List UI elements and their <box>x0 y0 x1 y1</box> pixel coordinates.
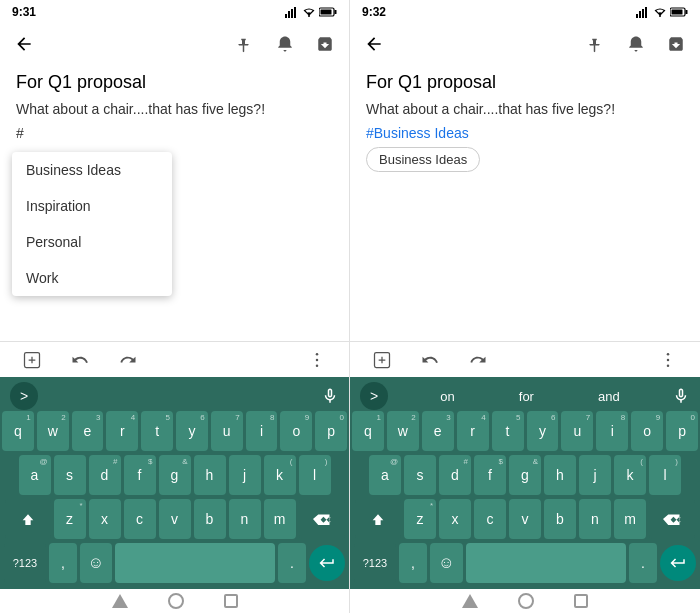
key-y[interactable]: y6 <box>176 411 208 451</box>
key-z[interactable]: z* <box>54 499 86 539</box>
key-n[interactable]: n <box>229 499 261 539</box>
left-redo-button[interactable] <box>112 344 144 376</box>
right-key-n[interactable]: n <box>579 499 611 539</box>
key-o[interactable]: o9 <box>280 411 312 451</box>
key-d[interactable]: d# <box>89 455 121 495</box>
right-reminder-button[interactable] <box>620 28 652 60</box>
right-key-k[interactable]: k( <box>614 455 646 495</box>
right-more-button[interactable] <box>652 344 684 376</box>
right-key-b[interactable]: b <box>544 499 576 539</box>
left-backspace-key[interactable] <box>299 499 345 539</box>
right-key-p[interactable]: p0 <box>666 411 698 451</box>
key-v[interactable]: v <box>159 499 191 539</box>
right-period-key[interactable]: . <box>629 543 657 583</box>
left-nav-recent[interactable] <box>224 594 238 608</box>
key-k[interactable]: k( <box>264 455 296 495</box>
right-key-s[interactable]: s <box>404 455 436 495</box>
autocomplete-item-business[interactable]: Business Ideas <box>12 152 172 188</box>
left-reminder-button[interactable] <box>269 28 301 60</box>
right-num-key[interactable]: ?123 <box>354 543 396 583</box>
right-key-c[interactable]: c <box>474 499 506 539</box>
right-key-l[interactable]: l) <box>649 455 681 495</box>
right-suggestion-and[interactable]: and <box>586 389 632 404</box>
right-key-o[interactable]: o9 <box>631 411 663 451</box>
right-key-x[interactable]: x <box>439 499 471 539</box>
left-archive-button[interactable] <box>309 28 341 60</box>
key-x[interactable]: x <box>89 499 121 539</box>
left-nav-back[interactable] <box>112 594 128 608</box>
right-emoji-key[interactable]: ☺ <box>430 543 463 583</box>
key-b[interactable]: b <box>194 499 226 539</box>
left-hashtag-input[interactable]: # <box>16 125 333 141</box>
left-num-key[interactable]: ?123 <box>4 543 46 583</box>
key-r[interactable]: r4 <box>106 411 138 451</box>
right-tag-chip[interactable]: Business Ideas <box>366 147 480 172</box>
right-key-y[interactable]: y6 <box>527 411 559 451</box>
right-key-g[interactable]: g& <box>509 455 541 495</box>
right-enter-key[interactable] <box>660 545 696 581</box>
right-space-key[interactable] <box>466 543 626 583</box>
left-pin-button[interactable] <box>229 28 261 60</box>
right-back-button[interactable] <box>358 28 390 60</box>
right-pin-button[interactable] <box>580 28 612 60</box>
right-key-m[interactable]: m <box>614 499 646 539</box>
autocomplete-item-inspiration[interactable]: Inspiration <box>12 188 172 224</box>
right-key-i[interactable]: i8 <box>596 411 628 451</box>
right-key-v[interactable]: v <box>509 499 541 539</box>
right-key-z[interactable]: z* <box>404 499 436 539</box>
left-undo-button[interactable] <box>64 344 96 376</box>
right-undo-button[interactable] <box>414 344 446 376</box>
left-nav-home[interactable] <box>168 593 184 609</box>
right-key-h[interactable]: h <box>544 455 576 495</box>
right-suggestion-for[interactable]: for <box>507 389 546 404</box>
key-s[interactable]: s <box>54 455 86 495</box>
autocomplete-item-work[interactable]: Work <box>12 260 172 296</box>
left-emoji-key[interactable]: ☺ <box>80 543 112 583</box>
right-key-f[interactable]: f$ <box>474 455 506 495</box>
key-q[interactable]: q1 <box>2 411 34 451</box>
left-enter-key[interactable] <box>309 545 345 581</box>
key-w[interactable]: w2 <box>37 411 69 451</box>
right-key-d[interactable]: d# <box>439 455 471 495</box>
right-archive-button[interactable] <box>660 28 692 60</box>
right-key-w[interactable]: w2 <box>387 411 419 451</box>
left-add-button[interactable] <box>16 344 48 376</box>
key-g[interactable]: g& <box>159 455 191 495</box>
right-nav-recent[interactable] <box>574 594 588 608</box>
key-l[interactable]: l) <box>299 455 331 495</box>
right-shift-key[interactable] <box>355 499 401 539</box>
right-hashtag-link[interactable]: #Business Ideas <box>366 125 684 141</box>
key-c[interactable]: c <box>124 499 156 539</box>
left-more-button[interactable] <box>301 344 333 376</box>
right-add-button[interactable] <box>366 344 398 376</box>
right-suggestion-on[interactable]: on <box>428 389 466 404</box>
key-f[interactable]: f$ <box>124 455 156 495</box>
key-m[interactable]: m <box>264 499 296 539</box>
left-comma-key[interactable]: , <box>49 543 77 583</box>
key-e[interactable]: e3 <box>72 411 104 451</box>
right-comma-key[interactable]: , <box>399 543 427 583</box>
right-redo-button[interactable] <box>462 344 494 376</box>
key-j[interactable]: j <box>229 455 261 495</box>
key-p[interactable]: p0 <box>315 411 347 451</box>
right-keyboard-mic[interactable] <box>672 387 690 406</box>
key-h[interactable]: h <box>194 455 226 495</box>
left-period-key[interactable]: . <box>278 543 306 583</box>
right-key-u[interactable]: u7 <box>561 411 593 451</box>
right-key-e[interactable]: e3 <box>422 411 454 451</box>
left-keyboard-arrow[interactable]: > <box>10 382 38 410</box>
key-t[interactable]: t5 <box>141 411 173 451</box>
right-key-r[interactable]: r4 <box>457 411 489 451</box>
left-back-button[interactable] <box>8 28 40 60</box>
right-key-a[interactable]: a@ <box>369 455 401 495</box>
key-a[interactable]: a@ <box>19 455 51 495</box>
key-u[interactable]: u7 <box>211 411 243 451</box>
left-shift-key[interactable] <box>5 499 51 539</box>
right-keyboard-arrow[interactable]: > <box>360 382 388 410</box>
right-nav-home[interactable] <box>518 593 534 609</box>
left-space-key[interactable] <box>115 543 275 583</box>
left-keyboard-mic[interactable] <box>321 387 339 406</box>
right-key-q[interactable]: q1 <box>352 411 384 451</box>
right-nav-back[interactable] <box>462 594 478 608</box>
right-key-t[interactable]: t5 <box>492 411 524 451</box>
